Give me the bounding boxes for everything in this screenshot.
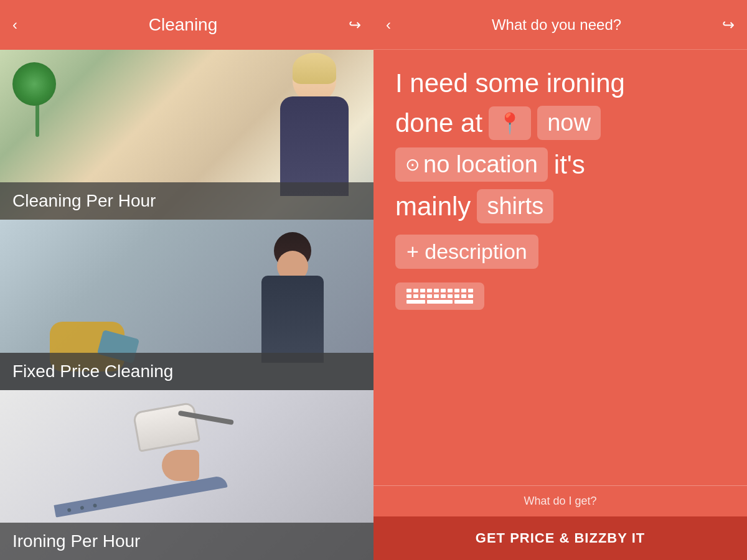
right-header: ‹ What do you need? ↪	[374, 0, 747, 50]
right-content: I need some ironing done at 📍 now ⊙ no l…	[374, 50, 747, 485]
sentence-row-3: ⊙ no location it's	[395, 147, 725, 182]
location-pill-text: no location	[423, 151, 538, 178]
service-item-fixed-price[interactable]: Fixed Price Cleaning	[0, 220, 374, 390]
get-price-button[interactable]: GET PRICE & BIZZBY IT	[374, 516, 747, 560]
service-item-ironing[interactable]: Ironing Per Hour	[0, 390, 374, 560]
sentence-part2: done at	[395, 108, 482, 138]
fixed-price-label-bar: Fixed Price Cleaning	[0, 353, 374, 390]
ironing-label-bar: Ironing Per Hour	[0, 523, 374, 560]
sentence-part4: mainly	[395, 192, 471, 222]
clock-icon: ⊙	[405, 154, 420, 175]
cleaning-per-hour-label: Cleaning Per Hour	[12, 191, 156, 210]
description-pill[interactable]: + description	[395, 235, 538, 269]
right-back-button[interactable]: ‹	[386, 16, 391, 34]
right-panel: ‹ What do you need? ↪ I need some ironin…	[374, 0, 747, 560]
keyboard-button[interactable]	[395, 282, 484, 310]
sentence-row-4: mainly shirts	[395, 189, 725, 223]
left-back-button[interactable]: ‹	[12, 16, 17, 34]
right-share-button[interactable]: ↪	[722, 16, 735, 34]
ironing-label: Ironing Per Hour	[12, 531, 140, 551]
right-footer: What do I get? GET PRICE & BIZZBY IT	[374, 485, 747, 560]
left-share-button[interactable]: ↪	[349, 16, 361, 34]
plant-decoration	[12, 62, 62, 137]
location-pill[interactable]: ⊙ no location	[395, 147, 548, 182]
left-header: ‹ Cleaning ↪	[0, 0, 374, 50]
right-page-title: What do you need?	[492, 16, 621, 34]
fixed-price-label: Fixed Price Cleaning	[12, 362, 173, 381]
sentence-part1: I need some ironing	[395, 68, 625, 98]
location-icon-pill[interactable]: 📍	[489, 106, 531, 140]
cleaning-per-hour-label-bar: Cleaning Per Hour	[0, 182, 374, 220]
sentence-row-1: I need some ironing	[395, 68, 725, 98]
sentence-row-2: done at 📍 now	[395, 106, 725, 140]
service-item-cleaning-per-hour[interactable]: Cleaning Per Hour	[0, 50, 374, 220]
what-do-i-get-link[interactable]: What do I get?	[374, 486, 747, 516]
left-page-title: Cleaning	[149, 15, 218, 35]
keyboard-row	[395, 276, 725, 310]
service-list: Cleaning Per Hour Fixe	[0, 50, 374, 560]
keyboard-icon	[406, 289, 473, 304]
left-panel: ‹ Cleaning ↪ Cleaning Per Hour	[0, 0, 374, 560]
time-pill[interactable]: now	[537, 106, 601, 140]
sentence-row-5: + description	[395, 231, 725, 269]
item-pill[interactable]: shirts	[477, 189, 553, 223]
sentence-part3: it's	[554, 150, 585, 180]
